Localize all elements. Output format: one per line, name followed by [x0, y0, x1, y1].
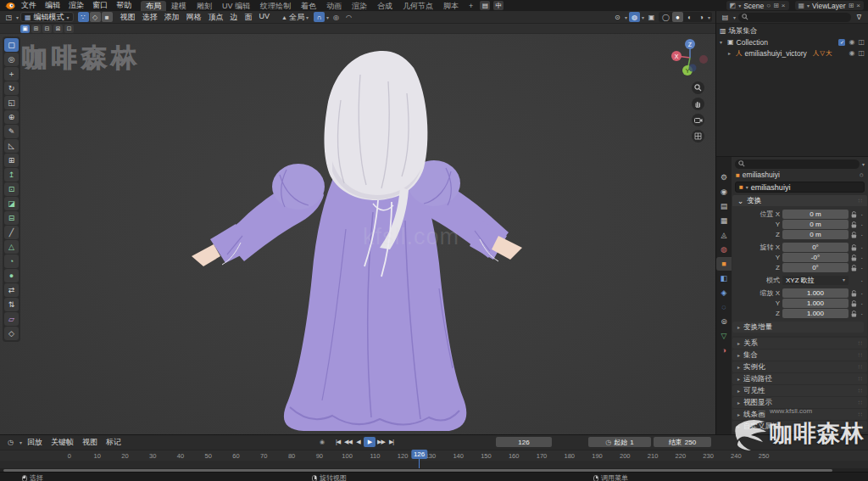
- menu-item[interactable]: 帮助: [112, 0, 136, 11]
- tool-button[interactable]: ◎: [4, 53, 19, 66]
- tool-button[interactable]: ◪: [4, 197, 19, 210]
- transform-orientation-dropdown[interactable]: ▲ 全局 ▾: [281, 12, 309, 23]
- vertex-select-button[interactable]: ∵: [78, 12, 89, 22]
- new-viewlayer-icon[interactable]: ⊞: [849, 2, 854, 9]
- playback-button[interactable]: ▶|: [387, 437, 396, 447]
- frame-start-field[interactable]: ◷ 起始 1: [588, 437, 651, 447]
- lock-icon[interactable]: [851, 265, 858, 271]
- workspace-tab[interactable]: 着色: [296, 1, 321, 11]
- animate-dot[interactable]: ·: [860, 231, 865, 239]
- lock-icon[interactable]: [851, 221, 858, 228]
- tool-button[interactable]: ⇅: [4, 298, 19, 311]
- face-select-button[interactable]: ■: [102, 12, 113, 22]
- tool-mode-button[interactable]: ⊠: [53, 25, 63, 33]
- editor-type-button[interactable]: ◳: [3, 12, 14, 22]
- outliner-row-object[interactable]: ▸ 人 emiliashuiyi_victory 人▽大 ◉ ◫: [716, 48, 868, 59]
- tool-button[interactable]: ↥: [4, 168, 19, 182]
- pan-view-button[interactable]: [692, 98, 704, 110]
- options-icon[interactable]: ▾: [862, 161, 865, 167]
- viewport-menu-item[interactable]: 添加: [161, 12, 183, 23]
- property-section-header[interactable]: ▸ 线条画 ∷: [732, 409, 867, 420]
- workspace-tab[interactable]: 动画: [321, 1, 347, 11]
- tool-button[interactable]: ◺: [4, 139, 19, 153]
- tool-button[interactable]: ◔: [4, 254, 19, 268]
- outliner-search-input[interactable]: [738, 13, 851, 22]
- properties-search-input[interactable]: [735, 159, 860, 169]
- record-button[interactable]: ◉: [317, 437, 326, 447]
- camera-restrict-icon[interactable]: ◫: [858, 38, 865, 46]
- animate-dot[interactable]: ·: [860, 299, 865, 308]
- close-icon[interactable]: ×: [782, 2, 786, 9]
- 3d-viewport[interactable]: ▣⊞⊟⊠⊡ ▢◎＋↻◱⊕✎◺⊞↥⊡◪⊟╱△◔●⇄⇅▱◇: [0, 24, 715, 434]
- workspace-tab[interactable]: 建模: [166, 1, 192, 11]
- rotation-mode-dropdown[interactable]: XYZ 欧拉 ▾: [782, 276, 849, 285]
- tool-button[interactable]: ⊟: [4, 211, 19, 225]
- properties-tab[interactable]: ⊚: [716, 315, 732, 328]
- zoom-view-button[interactable]: [692, 81, 704, 94]
- solid-shading-icon[interactable]: ●: [672, 12, 683, 22]
- tool-button[interactable]: ◇: [4, 327, 19, 340]
- property-section-header[interactable]: ▸ 实例化 ∷: [732, 361, 867, 372]
- filter-icon[interactable]: ∇: [854, 12, 865, 22]
- properties-tab[interactable]: ▤: [716, 199, 732, 213]
- falloff-icon[interactable]: ◠: [343, 12, 354, 22]
- new-scene-icon[interactable]: ⊞: [773, 2, 779, 9]
- number-field[interactable]: 0 m: [782, 230, 849, 239]
- proportional-edit-icon[interactable]: ◎: [331, 12, 342, 22]
- material-shading-icon[interactable]: ◐: [684, 12, 695, 22]
- animate-dot[interactable]: ·: [860, 221, 865, 229]
- tool-button[interactable]: ＋: [4, 67, 19, 81]
- viewport-menu-item[interactable]: 面: [242, 12, 256, 23]
- tool-button[interactable]: ▢: [4, 38, 19, 52]
- timeline-menu-item[interactable]: 标记: [104, 437, 123, 448]
- frame-ruler[interactable]: 0102030405060708090100110120130140150160…: [0, 450, 868, 461]
- delta-transform-section[interactable]: ▸ 变换增量: [732, 322, 864, 333]
- properties-tab[interactable]: ▦: [716, 214, 732, 227]
- camera-view-button[interactable]: [692, 114, 704, 126]
- tool-mode-button[interactable]: ⊞: [31, 25, 41, 33]
- outliner-display-mode-icon[interactable]: ▤: [720, 12, 731, 22]
- playback-button[interactable]: ◀: [353, 437, 363, 447]
- lock-icon[interactable]: [851, 244, 858, 251]
- number-field[interactable]: 1.000: [782, 288, 849, 298]
- tool-button[interactable]: ╱: [4, 226, 19, 239]
- playback-button[interactable]: ◀◀: [343, 437, 353, 447]
- properties-tab[interactable]: ◑: [716, 344, 732, 357]
- property-section-header[interactable]: ▸ 视图显示 ∷: [732, 397, 867, 408]
- eye-icon[interactable]: ◉: [849, 49, 854, 57]
- outliner-row-collection[interactable]: ▾ ▣ Collection ✓ ◉ ◫: [716, 36, 868, 48]
- viewlayer-selector[interactable]: ▦ ▾ ViewLayer ⊞ ×: [795, 1, 865, 10]
- properties-tab[interactable]: ⚙: [716, 171, 732, 184]
- viewport-menu-item[interactable]: 边: [227, 12, 242, 23]
- viewport-menu-item[interactable]: 网格: [183, 12, 205, 23]
- keyframe-track[interactable]: [0, 461, 868, 468]
- outliner-row-scene-collection[interactable]: ▥ 场景集合: [716, 25, 868, 36]
- menu-item[interactable]: 文件: [17, 0, 41, 11]
- timeline-menu-item[interactable]: 关键帧: [49, 437, 75, 448]
- menu-item[interactable]: 窗口: [88, 0, 112, 11]
- animate-dot[interactable]: ·: [860, 264, 865, 272]
- tool-button[interactable]: ●: [4, 269, 19, 282]
- property-section-header[interactable]: ▸ 集合 ∷: [732, 350, 867, 361]
- tool-button[interactable]: ✎: [4, 125, 19, 138]
- workspace-tab[interactable]: 布局: [141, 1, 166, 11]
- animate-dot[interactable]: ·: [860, 289, 865, 298]
- gizmos-toggle-icon[interactable]: ◍: [629, 12, 640, 22]
- playback-button[interactable]: ▶▶: [376, 437, 386, 447]
- number-field[interactable]: 0 m: [782, 220, 849, 229]
- workspace-tab[interactable]: 纹理绘制: [255, 1, 296, 11]
- expand-icon[interactable]: ▸: [728, 50, 733, 56]
- viewport-menu-item[interactable]: UV: [256, 12, 274, 23]
- property-section-header[interactable]: ▸ 可见性 ∷: [732, 385, 867, 396]
- camera-restrict-icon[interactable]: ◫: [858, 49, 865, 57]
- timeline-menu-item[interactable]: 回放: [25, 437, 44, 448]
- number-field[interactable]: 1.000: [782, 309, 849, 318]
- perspective-toggle-button[interactable]: [692, 130, 704, 143]
- workspace-tab[interactable]: 雕刻: [192, 1, 217, 11]
- collapse-icon[interactable]: ▾: [720, 39, 725, 45]
- viewport-menu-item[interactable]: 视图: [117, 12, 139, 23]
- lock-icon[interactable]: [851, 310, 858, 317]
- wireframe-shading-icon[interactable]: ◯: [660, 12, 671, 22]
- lock-icon[interactable]: [851, 254, 858, 261]
- transform-panel-header[interactable]: ⌄ 变换 ∷: [732, 195, 867, 206]
